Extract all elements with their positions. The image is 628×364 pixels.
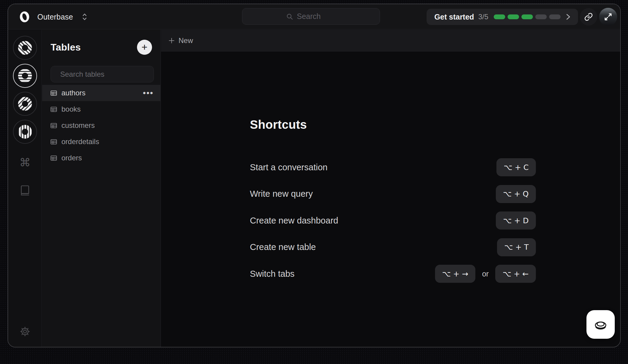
shortcut-label: Switch tabs — [250, 269, 294, 279]
base-avatar-icon — [18, 69, 32, 83]
table-row-customers[interactable]: customers — [42, 117, 161, 134]
progress-step-done — [494, 14, 505, 19]
link-icon — [584, 12, 593, 21]
expand-arrows-icon — [604, 12, 613, 21]
shortcut-keys: ⌥ + T — [497, 238, 536, 256]
keycap: ⌥ + T — [497, 238, 536, 256]
docs-button[interactable] — [8, 184, 42, 196]
desktop-background: { "app": { "workspace_name": "Outerbase"… — [0, 0, 628, 364]
table-icon — [51, 123, 57, 128]
top-bar: Outerbase Get started 3/5 — [8, 4, 620, 29]
share-link-button[interactable] — [580, 8, 597, 26]
shortcut-label: Start a conversation — [250, 162, 328, 172]
app-window: Outerbase Get started 3/5 — [8, 4, 621, 347]
rail-base-4[interactable] — [13, 120, 37, 144]
shortcut-label: Create new table — [250, 242, 316, 252]
push-button-icon — [592, 316, 609, 333]
keycap: ⌥ + → — [435, 265, 476, 283]
help-launcher-button[interactable] — [586, 310, 615, 339]
gear-icon — [19, 326, 31, 337]
table-row-books[interactable]: books — [42, 101, 161, 117]
main-area: New Shortcuts Start a conversation⌥ + CW… — [161, 30, 620, 347]
progress-step-todo — [535, 14, 547, 19]
tables-title: Tables — [51, 42, 81, 53]
outerbase-logo-icon — [20, 11, 30, 23]
base-avatar-icon — [18, 41, 32, 55]
shortcut-row: Create new table⌥ + T — [250, 238, 536, 256]
base-avatar-icon — [18, 97, 32, 111]
new-tab-label: New — [179, 36, 193, 45]
tables-sidebar: Tables + authors•••bookscustomersorderde… — [42, 30, 161, 347]
base-avatar-icon — [18, 125, 32, 139]
command-icon: ⌘ — [20, 156, 31, 169]
shortcut-keys: ⌥ + C — [496, 158, 536, 176]
table-name: orderdetails — [61, 137, 154, 146]
tables-search-input[interactable] — [60, 70, 154, 79]
shortcut-keys: ⌥ + D — [496, 211, 536, 230]
table-icon — [51, 156, 57, 161]
shortcuts-list: Start a conversation⌥ + CWrite new query… — [250, 158, 536, 283]
chevron-up-down-icon — [82, 13, 88, 21]
table-name: authors — [61, 89, 138, 97]
table-icon — [51, 139, 57, 144]
workspace-switcher[interactable] — [82, 13, 88, 21]
progress-step-done — [508, 14, 519, 19]
keycap: ⌥ + Q — [496, 185, 536, 203]
table-row-authors[interactable]: authors••• — [42, 85, 161, 101]
shortcut-keys: ⌥ + →or⌥ + ← — [435, 265, 536, 283]
shortcut-row: Start a conversation⌥ + C — [250, 158, 536, 176]
or-separator: or — [482, 270, 489, 278]
rail-base-3[interactable] — [13, 92, 37, 116]
topbar-right-cluster: Get started 3/5 — [427, 4, 617, 29]
shortcut-row: Create new dashboard⌥ + D — [250, 211, 536, 230]
shortcut-keys: ⌥ + Q — [496, 185, 536, 203]
rail-base-1[interactable] — [13, 36, 37, 60]
get-started-progress — [494, 14, 561, 19]
tables-header: Tables + — [51, 39, 152, 55]
command-menu-button[interactable]: ⌘ — [8, 156, 42, 169]
shortcuts-panel: Shortcuts Start a conversation⌥ + CWrite… — [250, 118, 536, 283]
workspace-rail: ⌘ — [8, 30, 42, 347]
shortcut-label: Write new query — [250, 189, 313, 199]
book-icon — [19, 184, 31, 196]
global-search[interactable] — [242, 8, 380, 25]
add-table-button[interactable]: + — [137, 40, 152, 55]
rail-base-2[interactable] — [13, 64, 37, 88]
table-name: customers — [61, 121, 154, 130]
plus-icon: + — [141, 42, 148, 52]
table-name: orders — [61, 154, 154, 162]
progress-step-done — [521, 14, 533, 19]
table-row-orderdetails[interactable]: orderdetails — [42, 134, 161, 150]
expand-window-button[interactable] — [599, 8, 617, 26]
table-icon — [51, 107, 57, 112]
chevron-right-icon — [565, 13, 571, 21]
tables-search[interactable] — [51, 66, 154, 82]
progress-step-todo — [549, 14, 561, 19]
tables-list: authors•••bookscustomersorderdetailsorde… — [42, 85, 161, 166]
keycap: ⌥ + ← — [495, 265, 536, 283]
get-started-button[interactable]: Get started 3/5 — [427, 9, 578, 25]
page-title: Shortcuts — [250, 118, 536, 132]
search-icon — [286, 13, 293, 20]
keycap: ⌥ + D — [496, 211, 536, 230]
brand-area: Outerbase — [20, 4, 88, 29]
table-name: books — [61, 105, 154, 113]
plus-icon — [168, 37, 175, 44]
keycap: ⌥ + C — [496, 158, 536, 176]
workspace-name: Outerbase — [37, 13, 73, 21]
shortcut-row: Switch tabs⌥ + →or⌥ + ← — [250, 265, 536, 283]
table-icon — [51, 91, 57, 96]
table-row-orders[interactable]: orders — [42, 150, 161, 166]
get-started-label: Get started — [434, 13, 474, 21]
tab-strip: New — [161, 30, 620, 51]
settings-button[interactable] — [8, 326, 42, 337]
shortcut-label: Create new dashboard — [250, 216, 338, 226]
workspace-rail-list — [8, 36, 42, 144]
get-started-progress-count: 3/5 — [478, 13, 488, 21]
new-tab-button[interactable]: New — [168, 36, 193, 45]
search-input[interactable] — [297, 12, 336, 21]
window-body: ⌘ Tables + — [8, 30, 620, 347]
shortcut-row: Write new query⌥ + Q — [250, 185, 536, 203]
